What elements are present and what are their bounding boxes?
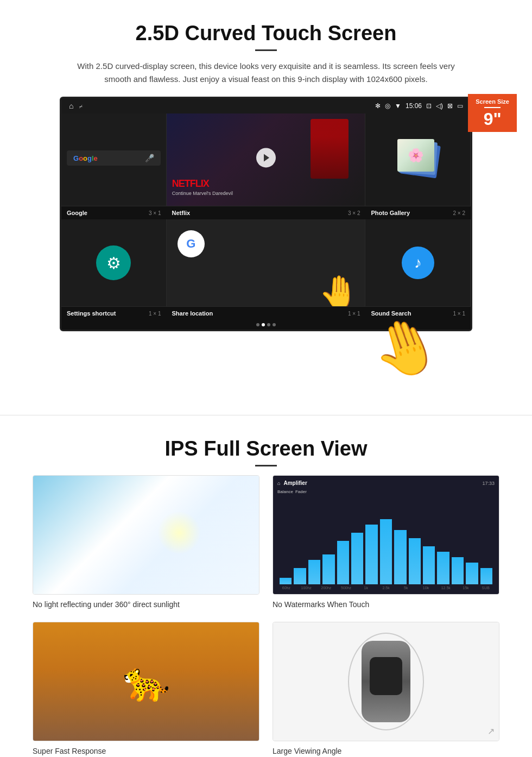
daredevil-figure bbox=[311, 119, 349, 179]
eq-bar bbox=[452, 557, 464, 584]
sunlight-label: No light reflecting under 360° direct su… bbox=[33, 600, 259, 609]
app-labels-row2: Settings shortcut 1 × 1 Share location 1… bbox=[61, 307, 471, 320]
eq-bar bbox=[437, 552, 449, 584]
cheetah-feature: 🐆 Super Fast Response bbox=[33, 622, 259, 755]
gallery-app-name: Photo Gallery bbox=[371, 210, 410, 216]
sunlight-image bbox=[33, 475, 259, 595]
app-row-1: Google 🎤 NETFLIX Continue Marvel's Dared… bbox=[61, 113, 471, 206]
google-cell[interactable]: Google 🎤 bbox=[61, 113, 167, 206]
netflix-background: NETFLIX Continue Marvel's Daredevil bbox=[167, 113, 365, 206]
eq-header: ⌂ Amplifier 17:33 bbox=[277, 480, 495, 486]
play-triangle-icon bbox=[264, 154, 269, 161]
badge-divider bbox=[484, 107, 501, 108]
dot-3 bbox=[267, 323, 270, 326]
sunlight-feature: No light reflecting under 360° direct su… bbox=[33, 475, 259, 609]
dot-2-active bbox=[262, 323, 265, 326]
eq-bar bbox=[380, 519, 392, 584]
section1-description: With 2.5D curved-display screen, this de… bbox=[76, 60, 456, 86]
eq-labels: 60hz 100hz 200hz 500hz 1k 2.5k 5k 10k 12… bbox=[277, 586, 495, 590]
photo-card-1: 🌸 bbox=[397, 139, 434, 172]
device-screen: ⌂ ⌿ ✻ ◎ ▼ 15:06 ⊡ ◁) ⊠ ▭ bbox=[60, 97, 472, 331]
hand-pointing-icon: 🤚 bbox=[319, 273, 359, 306]
badge-size-number: 9" bbox=[476, 110, 509, 128]
gear-icon: ⚙ bbox=[106, 254, 121, 273]
bluetooth-icon: ✻ bbox=[375, 102, 381, 110]
dot-4 bbox=[273, 323, 276, 326]
camera-icon: ⊡ bbox=[426, 102, 432, 110]
fast-response-label: Super Fast Response bbox=[33, 747, 259, 755]
title-divider bbox=[255, 49, 277, 51]
eq-bar bbox=[423, 546, 435, 584]
sound-search-cell[interactable]: ♪ bbox=[365, 219, 471, 306]
flower-icon: 🌸 bbox=[408, 148, 424, 163]
section2-title: IPS Full Screen View bbox=[33, 437, 499, 460]
watermarks-label: No Watermarks When Touch bbox=[273, 600, 499, 609]
gallery-label: Photo Gallery 2 × 2 bbox=[366, 209, 471, 217]
eq-bar bbox=[294, 568, 306, 584]
pagination-dots bbox=[61, 320, 471, 330]
share-grid: 1 × 1 bbox=[348, 311, 360, 317]
eq-bar bbox=[308, 560, 320, 584]
section1-title: 2.5D Curved Touch Screen bbox=[33, 22, 499, 45]
eq-title: Amplifier bbox=[283, 480, 307, 486]
eq-bar bbox=[480, 568, 492, 584]
settings-cell[interactable]: ⚙ bbox=[61, 219, 167, 306]
netflix-label: Netflix 3 × 2 bbox=[167, 209, 366, 217]
eq-bar bbox=[337, 541, 349, 584]
netflix-app-name: Netflix bbox=[172, 210, 191, 216]
share-label: Share location 1 × 1 bbox=[167, 309, 366, 318]
eq-bar bbox=[394, 530, 406, 584]
status-right: ✻ ◎ ▼ 15:06 ⊡ ◁) ⊠ ▭ bbox=[375, 102, 463, 110]
car-oval bbox=[348, 633, 424, 730]
fader-label: Fader bbox=[295, 489, 307, 494]
dot-1 bbox=[256, 323, 259, 326]
badge-label: Screen Size bbox=[476, 98, 509, 105]
curved-screen-section: 2.5D Curved Touch Screen With 2.5D curve… bbox=[0, 0, 532, 344]
google-grid: 3 × 1 bbox=[149, 210, 161, 216]
sound-grid: 1 × 1 bbox=[453, 311, 465, 317]
photo-stack: 🌸 bbox=[396, 138, 440, 181]
settings-label: Settings shortcut 1 × 1 bbox=[61, 309, 167, 318]
status-time: 15:06 bbox=[406, 102, 422, 110]
play-button[interactable] bbox=[256, 148, 276, 167]
g-maps-icon: G bbox=[178, 230, 205, 257]
eq-bar bbox=[351, 533, 363, 584]
viewing-angle-label: Large Viewing Angle bbox=[273, 747, 499, 755]
arrow-icon: ↗ bbox=[487, 726, 495, 736]
google-search-bar[interactable]: Google 🎤 bbox=[67, 150, 161, 166]
screen-size-badge: Screen Size 9" bbox=[468, 94, 517, 132]
mic-icon[interactable]: 🎤 bbox=[145, 154, 154, 162]
share-app-name: Share location bbox=[172, 310, 213, 317]
eq-time: 17:33 bbox=[482, 481, 495, 486]
sunlight-visual bbox=[33, 476, 259, 594]
window-icon: ▭ bbox=[457, 102, 463, 110]
share-location-cell[interactable]: G 🤚 bbox=[167, 219, 366, 306]
sound-icon-wrap: ♪ bbox=[402, 247, 434, 279]
feature-grid: No light reflecting under 360° direct su… bbox=[33, 475, 499, 755]
eq-bars bbox=[277, 496, 495, 584]
netflix-cell[interactable]: NETFLIX Continue Marvel's Daredevil bbox=[167, 113, 366, 206]
eq-bar bbox=[322, 554, 334, 584]
photo-gallery-cell[interactable]: 🌸 bbox=[365, 113, 471, 206]
status-bar: ⌂ ⌿ ✻ ◎ ▼ 15:06 ⊡ ◁) ⊠ ▭ bbox=[61, 98, 471, 113]
settings-app-name: Settings shortcut bbox=[67, 310, 116, 317]
car-roof bbox=[370, 657, 402, 695]
car-body bbox=[362, 641, 410, 722]
section2-divider bbox=[255, 465, 277, 466]
netflix-subtitle: Continue Marvel's Daredevil bbox=[172, 191, 233, 196]
music-note-icon: ♪ bbox=[414, 254, 422, 272]
location-icon: ◎ bbox=[385, 102, 390, 110]
car-image: ↗ bbox=[273, 622, 499, 741]
app-labels-row1: Google 3 × 1 Netflix 3 × 2 Photo Gallery… bbox=[61, 206, 471, 219]
eq-bar bbox=[409, 538, 421, 584]
device-mockup: Screen Size 9" ⌂ ⌿ ✻ ◎ ▼ 15:06 ⊡ ◁) bbox=[60, 97, 472, 331]
eq-bar bbox=[365, 525, 377, 584]
ips-screen-section: IPS Full Screen View No light reflecting… bbox=[0, 437, 532, 757]
balance-label: Balance bbox=[277, 489, 293, 494]
settings-grid: 1 × 1 bbox=[149, 311, 161, 317]
eq-bar bbox=[466, 563, 478, 584]
google-logo: Google bbox=[73, 154, 98, 162]
home-icon[interactable]: ⌂ bbox=[69, 102, 73, 110]
eq-home-icon: ⌂ bbox=[277, 481, 280, 486]
section-divider-line bbox=[0, 415, 532, 415]
